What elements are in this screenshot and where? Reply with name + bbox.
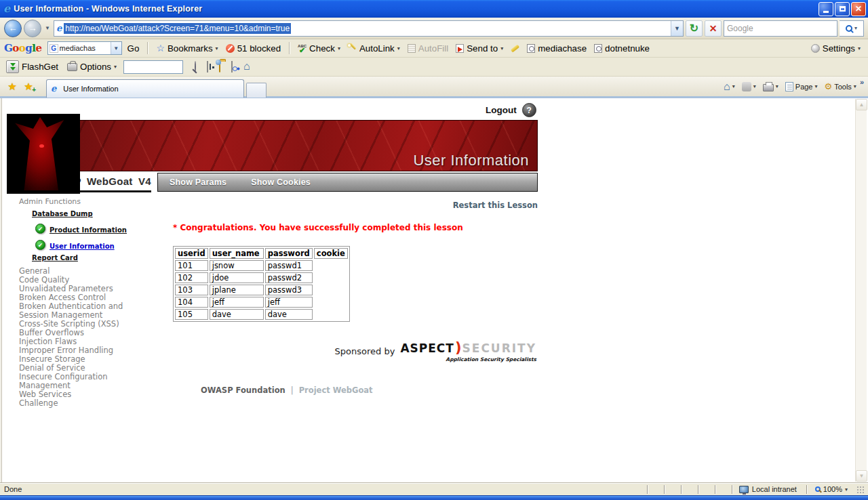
sidebar-link-product-information[interactable]: Product Information xyxy=(50,226,127,234)
scroll-up-button[interactable]: ▲ xyxy=(856,99,867,110)
cell-userid: 103 xyxy=(175,285,208,295)
google-search-dropdown[interactable]: ▼ xyxy=(111,42,121,54)
favorites-center-button[interactable]: ★ xyxy=(4,79,20,95)
flashget-options-button[interactable]: Options ▾ xyxy=(65,62,119,72)
refresh-icon: ↻ xyxy=(690,22,698,35)
sidebar-link-database-dump[interactable]: Database Dump xyxy=(32,210,93,217)
address-dropdown-button[interactable]: ▼ xyxy=(671,21,683,36)
sidebar-link-user-information[interactable]: User Information xyxy=(50,243,115,250)
chevron-down-icon: ▾ xyxy=(216,45,218,51)
forward-button[interactable]: → xyxy=(24,20,41,37)
add-favorite-button[interactable]: ★ + xyxy=(20,79,37,95)
highlighter-button[interactable] xyxy=(509,47,521,50)
sidebar-link-report-card[interactable]: Report Card xyxy=(32,254,78,262)
owasp-foundation-link[interactable]: OWASP Foundation xyxy=(201,386,285,395)
send-to-button[interactable]: Send to ▾ xyxy=(454,43,505,54)
refresh-button[interactable]: ↻ xyxy=(686,20,703,37)
home-button[interactable]: ⌂ ▾ xyxy=(720,82,738,91)
google-search-value[interactable]: mediachas xyxy=(60,44,111,52)
help-button[interactable]: ? xyxy=(522,103,536,117)
search-icon xyxy=(846,25,852,32)
url-text[interactable]: http://neo/WebGoat/attack?Screen=71&menu… xyxy=(64,23,291,34)
spellcheck-button[interactable]: ABC ✔ Check ▾ xyxy=(296,43,342,54)
sidebar-category[interactable]: Insecure Configuration Management xyxy=(19,373,146,390)
options-toolbox-icon xyxy=(67,63,77,71)
flashget-toolbar: FlashGet Options ▾ ⌂ xyxy=(0,58,868,77)
page-footer: OWASP Foundation | Project WebGoat xyxy=(201,386,538,395)
status-bar: Done Local intranet 100% ▾ xyxy=(0,482,868,495)
table-row: 105 dave dave xyxy=(175,309,348,320)
flashget-capture-button[interactable] xyxy=(207,62,208,72)
popup-blocked-icon xyxy=(226,44,235,53)
sidebar-category[interactable]: Broken Authentication and Session Manage… xyxy=(19,302,146,320)
flashget-search-button[interactable] xyxy=(195,62,196,72)
toolbar-overflow-chevron-icon[interactable]: » xyxy=(860,78,864,86)
page-icon xyxy=(785,82,793,91)
autolink-button[interactable]: AutoLink ▾ xyxy=(346,43,402,54)
security-zone-label: Local intranet xyxy=(752,485,797,493)
popup-blocker-button[interactable]: 51 blocked xyxy=(224,43,283,54)
print-button[interactable]: ▾ xyxy=(760,82,782,91)
feeds-button: ▾ xyxy=(738,82,760,91)
back-button[interactable]: ← xyxy=(4,20,22,37)
google-toolbar: Google G mediachas ▼ Go ☆ Bookmarks ▾ 51… xyxy=(0,39,868,58)
settings-button[interactable]: Settings ▾ xyxy=(809,43,863,54)
chevron-down-icon: ▾ xyxy=(338,45,340,51)
flashget-download-all-button[interactable] xyxy=(231,62,233,72)
show-cookies-button[interactable]: Show Cookies xyxy=(251,178,311,187)
new-tab-button[interactable] xyxy=(246,83,267,98)
flashget-site-explorer-button[interactable] xyxy=(219,62,220,72)
page-links-icon xyxy=(231,61,233,72)
bookmarks-button[interactable]: ☆ Bookmarks ▾ xyxy=(154,43,220,54)
lesson-content: Restart this Lesson * Congratulations. Y… xyxy=(173,199,538,395)
globe-search-icon xyxy=(195,61,196,72)
goat-head-art xyxy=(13,117,70,191)
close-button[interactable]: ✕ xyxy=(851,2,866,16)
minimize-button[interactable] xyxy=(818,2,833,16)
sidebar-category[interactable]: Challenge xyxy=(19,399,146,408)
lesson-sidebar: Admin Functions Database Dump ✔ Product … xyxy=(4,197,172,408)
mediachase-search-button[interactable]: mediachase xyxy=(525,43,589,54)
tab-user-information[interactable]: e User Information xyxy=(46,79,244,98)
restart-lesson-link[interactable]: Restart this Lesson xyxy=(173,201,538,210)
search-input[interactable] xyxy=(727,24,834,33)
project-webgoat-link[interactable]: Project WebGoat xyxy=(299,386,373,395)
search-word-icon xyxy=(594,44,602,53)
search-box[interactable] xyxy=(724,20,837,37)
recent-pages-dropdown[interactable]: ▼ xyxy=(43,25,52,31)
flashget-button[interactable]: FlashGet xyxy=(4,60,60,73)
google-search-combo[interactable]: G mediachas ▼ xyxy=(47,41,122,55)
maximize-icon xyxy=(840,6,846,12)
cell-username: jsnow xyxy=(210,260,264,271)
google-go-button[interactable]: Go xyxy=(125,43,142,54)
maximize-button[interactable] xyxy=(835,2,850,16)
tools-menu-button[interactable]: ⚙ Tools ▾ xyxy=(821,82,860,91)
address-bar[interactable]: e http://neo/WebGoat/attack?Screen=71&me… xyxy=(54,20,684,37)
separator xyxy=(698,485,698,494)
separator xyxy=(715,485,715,494)
completed-check-icon: ✔ xyxy=(35,240,45,250)
stop-button[interactable]: ✕ xyxy=(705,20,722,37)
bookmarks-star-icon: ☆ xyxy=(156,43,165,54)
page-menu-button[interactable]: Page ▾ xyxy=(782,82,821,91)
cell-password: passwd3 xyxy=(265,285,313,295)
stop-icon: ✕ xyxy=(709,23,717,34)
column-header: userid xyxy=(175,248,208,259)
show-params-button[interactable]: Show Params xyxy=(170,178,226,187)
logout-button[interactable]: Logout xyxy=(486,105,517,115)
search-go-button[interactable]: ▾ xyxy=(840,20,864,37)
cell-password: passwd1 xyxy=(265,260,313,271)
dotnetnuke-search-button[interactable]: dotnetnuke xyxy=(592,43,652,54)
flashget-input[interactable] xyxy=(123,60,183,74)
zoom-magnifier-icon xyxy=(815,486,821,492)
chevron-down-icon: ▾ xyxy=(397,45,400,51)
separator xyxy=(664,485,665,494)
zoom-level: 100% xyxy=(823,485,842,493)
zoom-control[interactable]: 100% ▾ xyxy=(807,485,852,493)
search-options-caret-icon[interactable]: ▾ xyxy=(854,25,857,31)
chevron-down-icon: ▼ xyxy=(674,25,680,32)
flashget-home-button[interactable]: ⌂ xyxy=(243,62,250,72)
chevron-down-icon: ▾ xyxy=(114,64,117,70)
vertical-scrollbar[interactable]: ▲ ▼ xyxy=(855,99,867,482)
scroll-down-button[interactable]: ▼ xyxy=(856,470,867,482)
